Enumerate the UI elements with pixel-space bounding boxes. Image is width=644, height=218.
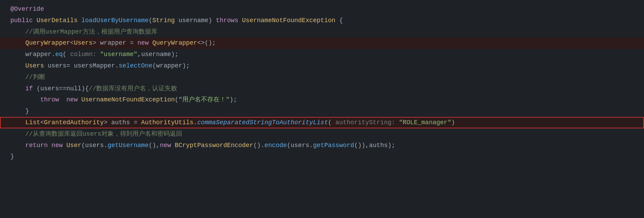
code-line: //调用userMapper方法，根据用户查询数据库 (0, 26, 644, 38)
code-line: @Override (0, 3, 644, 15)
code-editor: @Overridepublic UserDetails loadUserByUs… (0, 0, 644, 218)
code-line: wrapper.eq( column: "username",username)… (0, 49, 644, 60)
code-line: //判断 (0, 72, 644, 83)
code-line: QueryWrapper<Users> wrapper = new QueryW… (0, 37, 644, 49)
code-line: //从查询数据库返回users对象，得到用户名和密码返回 (0, 128, 644, 140)
code-line: } (0, 151, 644, 162)
code-line: Users users= usersMapper.selectOne(wrapp… (0, 60, 644, 72)
code-line: } (0, 106, 644, 117)
code-line: return new User(users.getUsername(),new … (0, 140, 644, 151)
code-line: List<GrantedAuthority> auths = Authority… (0, 117, 644, 128)
code-line: public UserDetails loadUserByUsername(St… (0, 15, 644, 26)
code-line: throw new UsernameNotFoundException("用户名… (0, 94, 644, 106)
code-line: if (users==null){//数据库没有用户名，认证失败 (0, 83, 644, 94)
